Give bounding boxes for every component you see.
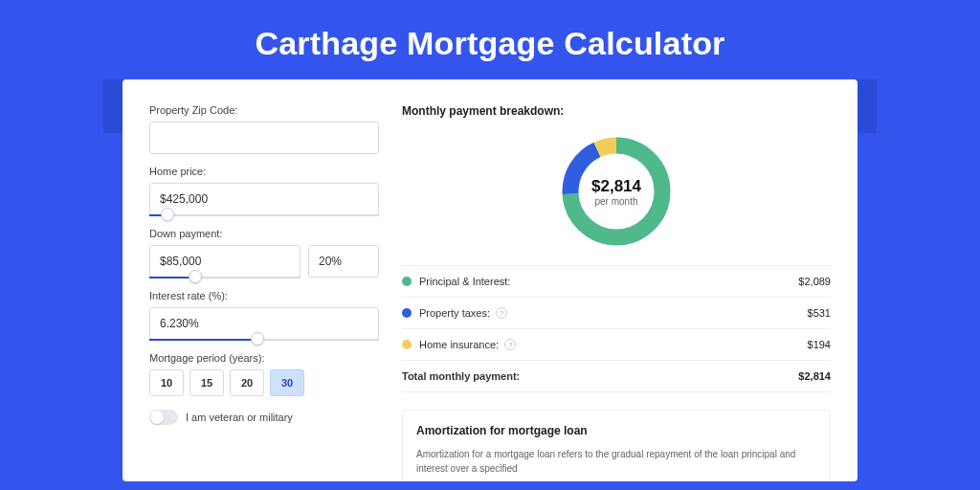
- interest-input[interactable]: [149, 307, 379, 340]
- home-price-slider[interactable]: [149, 214, 379, 216]
- total-value: $2,814: [798, 370, 831, 382]
- donut-chart: $2,814 per month: [402, 131, 831, 252]
- home-price-row: Home price:: [149, 166, 379, 216]
- legend-item: Principal & Interest:$2,089: [402, 266, 831, 298]
- legend-total: Total monthly payment:$2,814: [402, 361, 831, 392]
- down-payment-pct-input[interactable]: [308, 245, 379, 278]
- info-icon[interactable]: ?: [496, 307, 507, 319]
- zip-row: Property Zip Code:: [149, 104, 379, 154]
- veteran-row: I am veteran or military: [149, 410, 379, 425]
- legend-dot: [402, 340, 412, 349]
- home-price-input[interactable]: [149, 183, 379, 215]
- veteran-toggle[interactable]: [149, 410, 178, 425]
- period-label: Mortgage period (years):: [149, 352, 379, 364]
- down-payment-input[interactable]: [149, 245, 301, 278]
- period-button-30[interactable]: 30: [270, 369, 304, 396]
- period-button-10[interactable]: 10: [149, 369, 184, 396]
- legend-value: $2,089: [798, 276, 831, 287]
- amortization-section: Amortization for mortgage loan Amortizat…: [402, 410, 831, 481]
- down-payment-slider[interactable]: [149, 277, 301, 278]
- slider-thumb[interactable]: [251, 332, 264, 345]
- zip-label: Property Zip Code:: [149, 104, 379, 116]
- legend-value: $194: [808, 339, 831, 350]
- home-price-label: Home price:: [149, 166, 379, 177]
- slider-thumb[interactable]: [161, 208, 174, 221]
- page-title: Carthage Mortgage Calculator: [0, 0, 980, 79]
- interest-slider[interactable]: [149, 339, 379, 341]
- period-button-15[interactable]: 15: [189, 369, 224, 396]
- amortization-title: Amortization for mortgage loan: [416, 424, 816, 437]
- donut-center: $2,814 per month: [556, 131, 677, 252]
- interest-label: Interest rate (%):: [149, 290, 379, 301]
- breakdown-title: Monthly payment breakdown:: [402, 104, 831, 118]
- calculator-card: Property Zip Code: Home price: Down paym…: [122, 79, 858, 481]
- donut-per-month: per month: [594, 196, 637, 207]
- breakdown-column: Monthly payment breakdown: $2,814 per mo…: [402, 104, 831, 481]
- info-icon[interactable]: ?: [504, 339, 516, 350]
- legend-name: Property taxes:: [419, 307, 490, 319]
- legend-item: Property taxes:?$531: [402, 298, 831, 329]
- zip-input[interactable]: [149, 122, 379, 154]
- amortization-body: Amortization for a mortgage loan refers …: [416, 447, 816, 476]
- legend-name: Principal & Interest:: [419, 276, 510, 287]
- down-payment-label: Down payment:: [149, 228, 379, 239]
- legend-item: Home insurance:?$194: [402, 329, 831, 361]
- period-row: Mortgage period (years): 10152030: [149, 352, 379, 396]
- interest-row: Interest rate (%):: [149, 290, 379, 341]
- down-payment-row: Down payment:: [149, 228, 379, 278]
- total-label: Total monthly payment:: [402, 370, 520, 382]
- legend-dot: [402, 277, 412, 286]
- inputs-column: Property Zip Code: Home price: Down paym…: [149, 104, 379, 481]
- legend-name: Home insurance:: [419, 339, 499, 350]
- legend-value: $531: [808, 307, 831, 319]
- slider-thumb[interactable]: [189, 270, 202, 283]
- period-button-20[interactable]: 20: [230, 369, 264, 396]
- donut-amount: $2,814: [591, 177, 641, 196]
- veteran-label: I am veteran or military: [186, 412, 293, 423]
- legend-dot: [402, 308, 412, 318]
- legend: Principal & Interest:$2,089Property taxe…: [402, 265, 831, 392]
- period-buttons: 10152030: [149, 369, 379, 396]
